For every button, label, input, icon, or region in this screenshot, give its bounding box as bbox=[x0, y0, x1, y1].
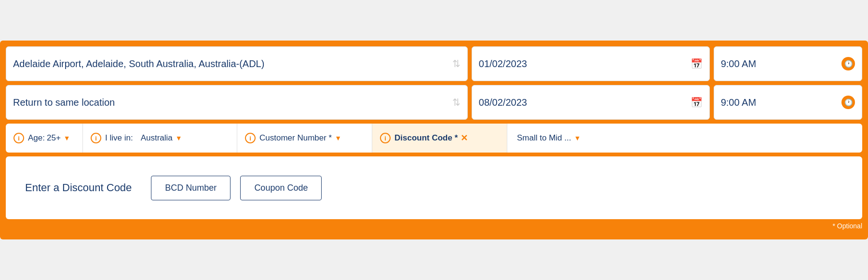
return-calendar-icon: 📅 bbox=[691, 97, 703, 108]
vehicle-size-chevron-icon: ▼ bbox=[574, 134, 581, 142]
return-location-field[interactable]: Return to same location ⇅ bbox=[6, 85, 468, 120]
pickup-location-value: Adelaide Airport, Adelaide, South Austra… bbox=[13, 58, 448, 70]
age-value: 25+ bbox=[47, 133, 61, 143]
location-separator-icon: ⇅ bbox=[452, 58, 461, 70]
row-1: Adelaide Airport, Adelaide, South Austra… bbox=[6, 46, 862, 81]
pickup-location-field[interactable]: Adelaide Airport, Adelaide, South Austra… bbox=[6, 46, 468, 81]
pickup-clock-icon: 🕐 bbox=[841, 57, 855, 70]
filters-row: i Age: 25+ ▼ i I live in: Australia ▼ i … bbox=[6, 124, 862, 153]
pickup-date-field[interactable]: 01/02/2023 📅 bbox=[472, 46, 710, 81]
age-label: Age: bbox=[28, 133, 45, 143]
return-clock-icon: 🕐 bbox=[841, 96, 855, 109]
pickup-time-value: 9:00 AM bbox=[721, 58, 841, 70]
customer-number-label: Customer Number * bbox=[259, 133, 332, 143]
vehicle-size-filter[interactable]: Small to Mid ... ▼ bbox=[507, 124, 862, 153]
customer-chevron-icon: ▼ bbox=[335, 134, 341, 142]
age-chevron-icon: ▼ bbox=[64, 134, 70, 142]
age-filter[interactable]: i Age: 25+ ▼ bbox=[6, 124, 83, 153]
live-in-info-icon[interactable]: i bbox=[91, 133, 101, 143]
discount-panel-label: Enter a Discount Code bbox=[25, 182, 132, 194]
discount-info-icon[interactable]: i bbox=[380, 133, 391, 143]
live-in-filter[interactable]: i I live in: Australia ▼ bbox=[83, 124, 237, 153]
discount-code-filter[interactable]: i Discount Code * ✕ bbox=[372, 124, 507, 153]
return-time-value: 9:00 AM bbox=[721, 97, 841, 108]
return-date-value: 08/02/2023 bbox=[479, 97, 691, 108]
customer-info-icon[interactable]: i bbox=[245, 133, 256, 143]
return-time-field[interactable]: 9:00 AM 🕐 bbox=[714, 85, 862, 120]
customer-number-filter[interactable]: i Customer Number * ▼ bbox=[237, 124, 372, 153]
coupon-code-button[interactable]: Coupon Code bbox=[240, 176, 322, 200]
live-in-chevron-icon: ▼ bbox=[176, 134, 182, 142]
discount-panel: Enter a Discount Code BCD Number Coupon … bbox=[6, 156, 862, 219]
return-location-value: Return to same location bbox=[13, 97, 448, 108]
vehicle-size-value: Small to Mid ... bbox=[517, 133, 571, 143]
main-container: Adelaide Airport, Adelaide, South Austra… bbox=[0, 41, 868, 239]
discount-close-icon[interactable]: ✕ bbox=[461, 133, 468, 143]
age-info-icon[interactable]: i bbox=[14, 133, 24, 143]
pickup-calendar-icon: 📅 bbox=[691, 58, 703, 70]
row-2: Return to same location ⇅ 08/02/2023 📅 9… bbox=[6, 85, 862, 120]
bcd-number-button[interactable]: BCD Number bbox=[151, 176, 231, 200]
live-in-label: I live in: bbox=[105, 133, 133, 143]
optional-text: * Optional bbox=[6, 219, 862, 230]
return-date-field[interactable]: 08/02/2023 📅 bbox=[472, 85, 710, 120]
pickup-date-value: 01/02/2023 bbox=[479, 58, 691, 70]
live-in-value: Australia bbox=[141, 133, 173, 143]
discount-code-label: Discount Code * bbox=[394, 133, 458, 143]
pickup-time-field[interactable]: 9:00 AM 🕐 bbox=[714, 46, 862, 81]
return-separator-icon: ⇅ bbox=[452, 97, 461, 108]
